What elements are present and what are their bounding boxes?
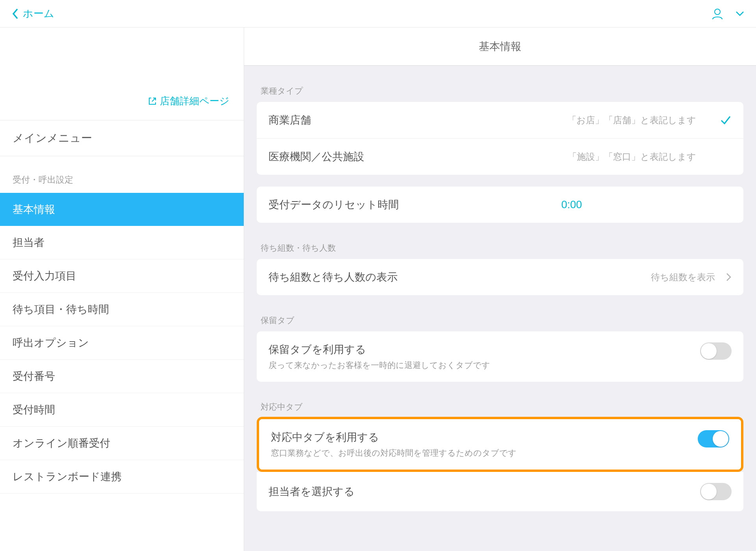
- sidebar-item-staff[interactable]: 担当者: [0, 226, 244, 259]
- top-right-cluster: [711, 7, 744, 20]
- business-type-label: 業種タイプ: [257, 66, 743, 102]
- wait-label: 待ち組数と待ち人数の表示: [269, 270, 398, 284]
- hold-group-label: 保留タブ: [257, 295, 743, 331]
- reset-time-group: 受付データのリセット時間 0:00: [257, 187, 743, 223]
- back-label: ホーム: [23, 7, 54, 20]
- external-link-icon: [148, 97, 157, 105]
- business-type-group: 商業店舗 「お店」「店舗」と表記します 医療機関／公共施設 「施設」「窓口」と表…: [257, 102, 743, 175]
- wait-display-row[interactable]: 待ち組数と待ち人数の表示 待ち組数を表示: [257, 259, 743, 295]
- highlight-annotation: 対応中タブを利用する 窓口業務などで、お呼出後の対応時間を管理するためのタブです: [257, 417, 743, 472]
- select-staff-row[interactable]: 担当者を選択する: [257, 472, 743, 511]
- reset-value: 0:00: [561, 199, 582, 211]
- chevron-left-icon: [12, 8, 19, 19]
- option-label: 医療機関／公共施設: [269, 150, 364, 164]
- sidebar-item-basic-info[interactable]: 基本情報: [0, 193, 244, 226]
- sidebar-item-ticket-number[interactable]: 受付番号: [0, 360, 244, 393]
- check-icon: [720, 114, 732, 126]
- inprogress-group-label: 対応中タブ: [257, 382, 743, 418]
- inprogress-group: 対応中タブを利用する 窓口業務などで、お呼出後の対応時間を管理するためのタブです: [259, 419, 741, 470]
- inprogress-title: 対応中タブを利用する: [271, 430, 517, 444]
- inprogress-toggle[interactable]: [698, 430, 729, 447]
- content-body: 業種タイプ 商業店舗 「お店」「店舗」と表記します 医療機関／公共施設 「施設」…: [244, 66, 756, 527]
- reset-label: 受付データのリセット時間: [269, 198, 399, 212]
- main-layout: 店舗詳細ページ メインメニュー 受付・呼出設定 基本情報 担当者 受付入力項目 …: [0, 28, 756, 551]
- sidebar-item-input-fields[interactable]: 受付入力項目: [0, 259, 244, 293]
- sidebar-item-restaurant-board[interactable]: レストランボード連携: [0, 460, 244, 494]
- select-staff-label: 担当者を選択する: [269, 484, 355, 499]
- business-type-medical[interactable]: 医療機関／公共施設 「施設」「窓口」と表記します: [257, 138, 743, 175]
- sidebar-item-online-queue[interactable]: オンライン順番受付: [0, 427, 244, 460]
- sidebar-item-call-options[interactable]: 呼出オプション: [0, 326, 244, 360]
- wait-value: 待ち組数を表示: [651, 271, 715, 283]
- svg-point-0: [715, 9, 720, 15]
- inprogress-sub: 窓口業務などで、お呼出後の対応時間を管理するためのタブです: [271, 447, 517, 459]
- user-icon[interactable]: [711, 7, 724, 20]
- content-pane: 基本情報 業種タイプ 商業店舗 「お店」「店舗」と表記します 医療機関／公共施設…: [244, 28, 756, 551]
- sidebar-section-label: 受付・呼出設定: [0, 156, 244, 193]
- option-desc: 「お店」「店舗」と表記します: [567, 114, 696, 126]
- sidebar-header-area: 店舗詳細ページ: [0, 28, 244, 120]
- sidebar-item-reception-hours[interactable]: 受付時間: [0, 393, 244, 427]
- hold-sub: 戻って来なかったお客様を一時的に退避しておくタブです: [269, 360, 490, 371]
- option-label: 商業店舗: [269, 113, 311, 127]
- sidebar-item-wait-items[interactable]: 待ち項目・待ち時間: [0, 293, 244, 326]
- page-title: 基本情報: [244, 28, 756, 66]
- sidebar: 店舗詳細ページ メインメニュー 受付・呼出設定 基本情報 担当者 受付入力項目 …: [0, 28, 244, 551]
- hold-toggle[interactable]: [700, 342, 732, 360]
- hold-title: 保留タブを利用する: [269, 342, 490, 357]
- option-desc: 「施設」「窓口」と表記します: [568, 151, 696, 163]
- store-detail-link[interactable]: 店舗詳細ページ: [148, 94, 230, 107]
- main-menu-link[interactable]: メインメニュー: [0, 120, 244, 156]
- business-type-commercial[interactable]: 商業店舗 「お店」「店舗」と表記します: [257, 102, 743, 138]
- hold-tab-row[interactable]: 保留タブを利用する 戻って来なかったお客様を一時的に退避しておくタブです: [257, 331, 743, 382]
- wait-group: 待ち組数と待ち人数の表示 待ち組数を表示: [257, 259, 743, 295]
- select-staff-toggle[interactable]: [700, 483, 732, 500]
- select-staff-group: 担当者を選択する: [257, 472, 743, 511]
- reset-time-row[interactable]: 受付データのリセット時間 0:00: [257, 187, 743, 223]
- inprogress-tab-row[interactable]: 対応中タブを利用する 窓口業務などで、お呼出後の対応時間を管理するためのタブです: [259, 419, 741, 470]
- back-home-link[interactable]: ホーム: [12, 7, 54, 20]
- store-link-label: 店舗詳細ページ: [160, 94, 230, 107]
- top-bar: ホーム: [0, 0, 756, 28]
- hold-group: 保留タブを利用する 戻って来なかったお客様を一時的に退避しておくタブです: [257, 331, 743, 382]
- chevron-down-icon[interactable]: [736, 11, 744, 17]
- chevron-right-icon: [726, 273, 732, 281]
- wait-group-label: 待ち組数・待ち人数: [257, 223, 743, 259]
